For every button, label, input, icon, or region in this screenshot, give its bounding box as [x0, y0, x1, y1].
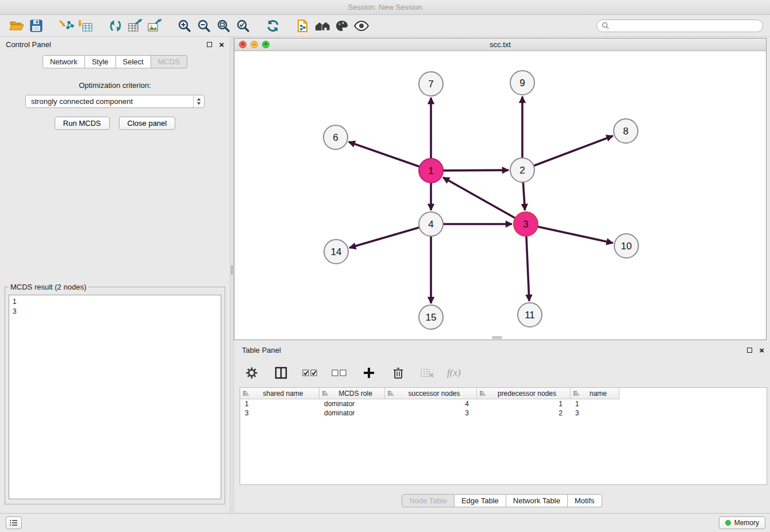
- table-header-row: shared nameMCDS rolesuccessor nodesprede…: [240, 388, 767, 399]
- float-panel-icon[interactable]: [207, 42, 212, 47]
- network-window-titlebar[interactable]: scc.txt × − +: [234, 38, 766, 51]
- delete-table-icon[interactable]: [418, 364, 437, 381]
- criterion-select[interactable]: strongly connected component: [25, 95, 205, 108]
- home-icon[interactable]: [313, 17, 332, 34]
- network-graph-svg[interactable]: 7968124314101511: [234, 51, 766, 340]
- column-header-predecessor-nodes[interactable]: predecessor nodes: [477, 388, 571, 399]
- graph-edge[interactable]: [443, 178, 526, 224]
- column-visibility-icon[interactable]: [271, 364, 291, 381]
- style-palette-icon[interactable]: [332, 17, 352, 34]
- table-settings-gear-icon[interactable]: [242, 364, 261, 381]
- svg-text:11: 11: [525, 310, 535, 321]
- maximize-window-icon[interactable]: +: [262, 41, 270, 48]
- column-sort-icon: [387, 390, 395, 396]
- column-header-shared-name[interactable]: shared name: [240, 388, 319, 399]
- splitter-handle[interactable]: [231, 265, 233, 275]
- zoom-in-icon[interactable]: [175, 17, 194, 34]
- control-panel-tabs: NetworkStyleSelectMCDS: [0, 55, 230, 68]
- graph-node[interactable]: 10: [614, 234, 638, 258]
- delete-column-icon[interactable]: [388, 364, 408, 381]
- tab-mcds[interactable]: MCDS: [151, 55, 187, 68]
- save-session-icon[interactable]: [26, 17, 46, 34]
- select-all-rows-icon[interactable]: [301, 364, 320, 381]
- column-header-successor-nodes[interactable]: successor nodes: [385, 388, 477, 399]
- graph-node[interactable]: 6: [324, 125, 348, 149]
- column-sort-icon: [573, 390, 580, 396]
- graph-node[interactable]: 14: [324, 240, 348, 264]
- graph-node[interactable]: 9: [510, 71, 534, 95]
- svg-text:3: 3: [523, 219, 528, 230]
- tab-select[interactable]: Select: [116, 55, 151, 68]
- search-input[interactable]: [612, 22, 758, 30]
- graph-node[interactable]: 4: [419, 212, 443, 236]
- close-panel-icon[interactable]: ×: [219, 40, 224, 49]
- table-tab-motifs[interactable]: Motifs: [568, 494, 602, 507]
- graph-node[interactable]: 15: [419, 305, 443, 329]
- h-scrollbar-thumb[interactable]: [492, 336, 502, 339]
- column-sort-icon: [479, 390, 487, 396]
- node-table: shared nameMCDS rolesuccessor nodesprede…: [240, 387, 767, 485]
- open-session-icon[interactable]: [7, 17, 26, 34]
- mcds-result-box[interactable]: 1 3: [9, 295, 221, 499]
- zoom-selected-icon[interactable]: [233, 17, 253, 34]
- table-tabs-bar: Node TableEdge TableNetwork TableMotifs: [234, 494, 770, 507]
- show-panels-button[interactable]: [6, 516, 22, 529]
- graph-node[interactable]: 3: [514, 212, 538, 236]
- tab-style[interactable]: Style: [85, 55, 116, 68]
- column-header-name[interactable]: name: [571, 388, 619, 399]
- table-toolbar: f(x): [242, 362, 770, 384]
- svg-text:6: 6: [333, 132, 338, 143]
- close-window-icon[interactable]: ×: [239, 41, 247, 48]
- export-table-icon[interactable]: [125, 17, 145, 34]
- svg-text:1: 1: [428, 165, 433, 176]
- tab-network[interactable]: Network: [43, 55, 85, 68]
- table-tab-network-table[interactable]: Network Table: [506, 494, 568, 507]
- table-cell: dominator: [319, 399, 385, 408]
- share-network-icon[interactable]: [106, 17, 125, 34]
- graph-edge[interactable]: [526, 224, 613, 243]
- table-body: 1dominator4113dominator323: [240, 399, 767, 418]
- search-box: [596, 20, 763, 32]
- run-mcds-button[interactable]: Run MCDS: [55, 117, 110, 130]
- mcds-result-text: 1 3: [13, 297, 217, 317]
- graph-node[interactable]: 8: [614, 119, 638, 143]
- deselect-all-rows-icon[interactable]: [330, 364, 349, 381]
- close-panel-button[interactable]: Close panel: [119, 117, 176, 130]
- table-cell: dominator: [319, 408, 385, 418]
- graph-node[interactable]: 2: [510, 158, 534, 182]
- export-image-icon[interactable]: [145, 17, 164, 34]
- table-tabs: Node TableEdge TableNetwork TableMotifs: [402, 494, 602, 507]
- table-cell: 1: [477, 399, 571, 408]
- float-table-panel-icon[interactable]: [747, 348, 752, 353]
- table-tab-node-table[interactable]: Node Table: [402, 494, 455, 507]
- graph-node[interactable]: 11: [518, 303, 542, 327]
- table-row[interactable]: 3dominator323: [240, 408, 767, 418]
- table-cell: 3: [571, 408, 619, 418]
- titlebar: Session: New Session: [0, 0, 770, 15]
- network-document-icon[interactable]: [293, 17, 313, 34]
- memory-button[interactable]: Memory: [719, 516, 765, 529]
- graph-edge[interactable]: [349, 142, 431, 171]
- close-table-panel-icon[interactable]: ×: [759, 346, 764, 354]
- graph-edge[interactable]: [349, 224, 431, 248]
- column-header-MCDS-role[interactable]: MCDS role: [319, 388, 385, 399]
- zoom-fit-icon[interactable]: [214, 17, 233, 34]
- column-sort-icon: [242, 390, 250, 396]
- minimize-window-icon[interactable]: −: [251, 41, 258, 48]
- zoom-out-icon[interactable]: [194, 17, 214, 34]
- network-canvas[interactable]: 7968124314101511: [234, 51, 766, 340]
- add-column-icon[interactable]: [359, 364, 379, 381]
- table-row[interactable]: 1dominator411: [240, 399, 767, 408]
- table-tab-edge-table[interactable]: Edge Table: [455, 494, 506, 507]
- refresh-layout-icon[interactable]: [263, 17, 283, 34]
- graph-node[interactable]: 1: [419, 159, 443, 183]
- eye-icon[interactable]: [352, 17, 371, 34]
- panel-splitter[interactable]: [230, 37, 234, 513]
- import-table-icon[interactable]: [76, 17, 95, 34]
- function-builder-button[interactable]: f(x): [447, 367, 461, 379]
- svg-text:4: 4: [428, 219, 433, 230]
- graph-node[interactable]: 7: [419, 72, 443, 96]
- graph-edge[interactable]: [522, 136, 613, 170]
- memory-label: Memory: [734, 519, 759, 527]
- import-network-icon[interactable]: [56, 17, 76, 34]
